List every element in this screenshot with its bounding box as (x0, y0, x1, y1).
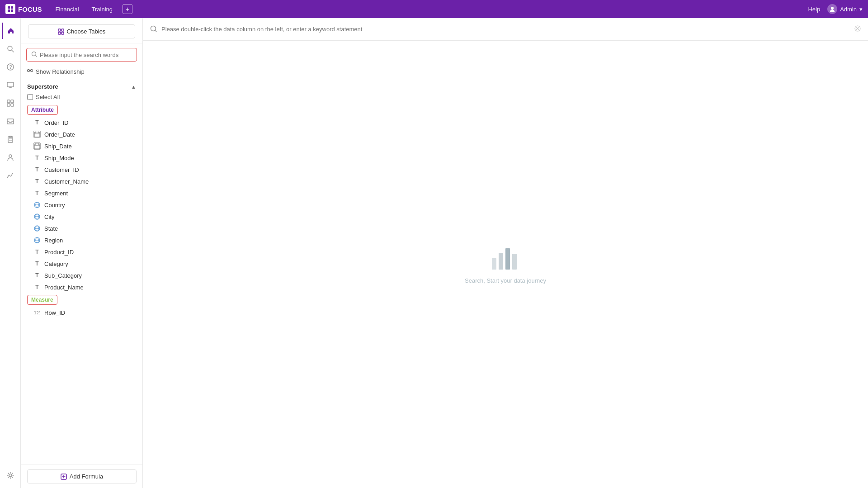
field-item[interactable]: Region (21, 234, 142, 246)
empty-state-chart-icon (490, 245, 521, 272)
choose-tables-button[interactable]: Choose Tables (28, 24, 135, 38)
field-type-icon (33, 201, 41, 208)
field-item[interactable]: T Order_ID (21, 117, 142, 128)
field-name: Ship_Mode (44, 155, 74, 161)
field-name: Order_ID (44, 119, 68, 126)
svg-rect-15 (11, 104, 14, 106)
sidebar-item-help[interactable]: ? (2, 59, 19, 75)
field-item[interactable]: T Product_Name (21, 281, 142, 293)
left-panel: Choose Tables Show Relationship (21, 18, 143, 488)
field-name: Product_ID (44, 249, 74, 256)
help-link[interactable]: Help (808, 6, 820, 13)
section-title: Superstore (27, 83, 58, 90)
field-search-box[interactable] (26, 48, 137, 62)
svg-line-57 (155, 30, 156, 32)
section-collapse-icon[interactable]: ▲ (131, 84, 136, 90)
user-menu[interactable]: Admin ▾ (827, 4, 863, 14)
field-type-icon (33, 225, 41, 232)
field-item[interactable]: T Customer_ID (21, 164, 142, 175)
field-item[interactable]: T Segment (21, 187, 142, 199)
svg-rect-23 (58, 29, 61, 31)
sidebar-item-home[interactable] (2, 23, 19, 39)
svg-rect-63 (505, 248, 510, 270)
svg-rect-13 (11, 100, 14, 103)
field-search-icon (31, 51, 37, 58)
measure-category-label[interactable]: Measure (27, 295, 57, 305)
sidebar-item-person[interactable] (2, 149, 19, 166)
field-type-icon (33, 213, 41, 220)
field-item[interactable]: Country (21, 199, 142, 211)
clear-search-icon[interactable] (854, 25, 861, 33)
select-all-row[interactable]: Select All (21, 92, 142, 103)
attribute-category-label[interactable]: Attribute (27, 105, 58, 115)
top-search-bar[interactable] (143, 18, 868, 41)
svg-line-28 (36, 56, 37, 57)
add-formula-label: Add Formula (70, 473, 103, 480)
svg-rect-62 (499, 253, 503, 270)
field-item[interactable]: 123 Row_ID (21, 307, 142, 318)
nav-financial[interactable]: Financial (53, 4, 82, 14)
choose-tables-label: Choose Tables (67, 28, 106, 35)
field-item[interactable]: State (21, 223, 142, 234)
field-type-icon: T (33, 154, 41, 161)
svg-rect-9 (7, 82, 14, 87)
field-name: Sub_Category (44, 272, 82, 279)
app-name: FOCUS (18, 5, 42, 13)
field-name: Customer_Name (44, 178, 89, 185)
add-formula-button[interactable]: Add Formula (27, 469, 137, 483)
sidebar-item-clipboard[interactable] (2, 131, 19, 147)
svg-point-29 (28, 70, 30, 72)
sidebar-item-grid[interactable] (2, 95, 19, 111)
field-search-input[interactable] (40, 52, 132, 58)
field-type-icon: T (33, 166, 41, 173)
field-name: Product_Name (44, 284, 84, 291)
svg-rect-61 (492, 258, 496, 270)
sidebar-item-inbox[interactable] (2, 113, 19, 129)
panel-header: Choose Tables (21, 18, 142, 43)
field-item[interactable]: T Customer_Name (21, 175, 142, 187)
field-type-icon: T (33, 272, 41, 279)
content-area: Search, Start your data journey (143, 18, 868, 488)
field-item[interactable]: Ship_Date (21, 140, 142, 152)
svg-rect-0 (8, 6, 10, 9)
svg-rect-12 (7, 100, 10, 103)
field-name: City (44, 213, 54, 220)
sidebar-item-monitor[interactable] (2, 77, 19, 93)
logo-icon (5, 4, 15, 14)
field-item[interactable]: T Sub_Category (21, 270, 142, 281)
svg-point-22 (9, 474, 12, 477)
svg-point-4 (831, 7, 834, 9)
empty-state-text: Search, Start your data journey (465, 277, 546, 284)
nav-training[interactable]: Training (89, 4, 115, 14)
bottom-bar: Add Formula (21, 464, 143, 488)
svg-point-21 (9, 155, 12, 157)
field-type-icon (33, 237, 41, 244)
field-item[interactable]: City (21, 211, 142, 223)
sidebar-item-search[interactable] (2, 41, 19, 57)
top-search-input[interactable] (161, 26, 850, 33)
field-item[interactable]: T Category (21, 258, 142, 270)
field-name: Region (44, 237, 63, 244)
show-relationship-toggle[interactable]: Show Relationship (21, 66, 142, 80)
field-item[interactable]: T Product_ID (21, 246, 142, 258)
svg-text:123: 123 (34, 311, 40, 315)
user-avatar (827, 4, 837, 14)
field-item[interactable]: T Ship_Mode (21, 152, 142, 164)
svg-line-6 (12, 50, 14, 52)
add-tab-button[interactable]: + (123, 4, 132, 14)
svg-rect-26 (61, 32, 64, 34)
svg-rect-24 (61, 29, 64, 31)
field-name: Category (44, 261, 68, 267)
field-type-icon: T (33, 248, 41, 256)
select-all-checkbox[interactable] (27, 94, 33, 100)
sidebar-item-settings[interactable] (2, 467, 19, 483)
sidebar-item-analytics[interactable] (2, 167, 19, 184)
icon-sidebar: ? (0, 18, 21, 488)
field-name: Segment (44, 190, 68, 197)
svg-rect-32 (34, 132, 40, 137)
field-item[interactable]: Order_Date (21, 128, 142, 140)
field-name: Country (44, 202, 65, 208)
field-name: Row_ID (44, 309, 65, 316)
user-dropdown-icon: ▾ (859, 6, 863, 13)
field-name: Ship_Date (44, 143, 72, 150)
